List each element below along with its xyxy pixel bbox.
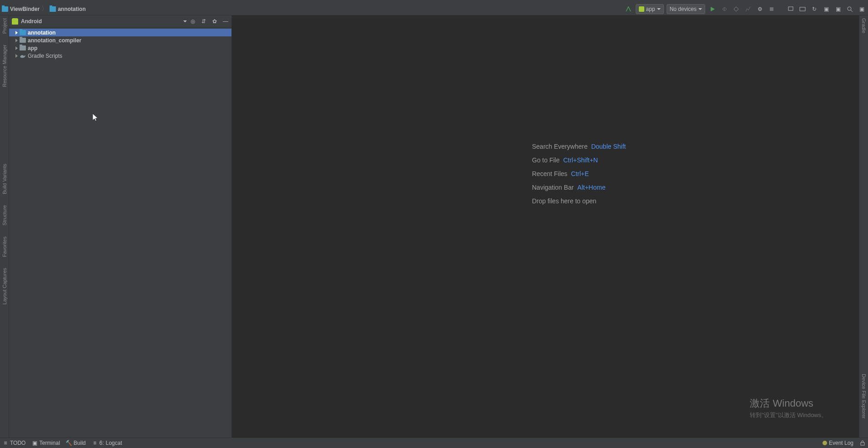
rail-resource-manager[interactable]: Resource Manager (2, 44, 7, 88)
tree-item-annotation[interactable]: annotation (9, 29, 231, 36)
avd-manager-icon[interactable] (786, 5, 795, 14)
menubar: File Edit View Navigate Code Analyze Ref… (0, 0, 868, 3)
tree-label: annotation (28, 30, 55, 36)
terminal-icon: ▣ (32, 440, 37, 446)
folder-icon (20, 45, 26, 50)
attach-debugger-icon[interactable]: ⚙ (755, 5, 764, 14)
svg-rect-2 (788, 7, 793, 10)
project-panel: Android ◎ ⇵ ✿ — annotation annotation_co… (9, 15, 232, 438)
sb-todo[interactable]: ≡ TODO (3, 440, 25, 446)
toolbar-icon-2[interactable]: ▣ (833, 5, 843, 14)
sb-build[interactable]: 🔨 Build (66, 440, 86, 446)
run-button[interactable] (708, 5, 717, 14)
module-dropdown-label: app (646, 6, 655, 12)
svg-rect-5 (861, 443, 864, 445)
rail-device-file-explorer[interactable]: Device File Explorer (861, 373, 867, 419)
sdk-manager-icon[interactable] (798, 5, 807, 14)
breadcrumb-root[interactable]: ViewBinder (2, 6, 40, 12)
toolbar-icon-3[interactable]: ▣ (857, 5, 866, 14)
editor-hints: Search Everywhere Double Shift Go to Fil… (532, 143, 626, 205)
logcat-icon: ≡ (92, 440, 98, 446)
windows-activation-watermark: 激活 Windows 转到"设置"以激活 Windows。 (750, 397, 827, 419)
event-log-icon (823, 441, 827, 445)
rail-gradle[interactable]: Gradle (861, 17, 867, 34)
folder-icon (2, 6, 8, 12)
toolbar-right: app No devices ⚙ ↻ ▣ ▣ (624, 4, 866, 14)
main-body: Project Resource Manager Build Variants … (0, 15, 868, 438)
hint-drop-files: Drop files here to open (532, 197, 626, 205)
tree-item-gradle-scripts[interactable]: Gradle Scripts (9, 52, 231, 60)
toolbar-icon-1[interactable]: ▣ (822, 5, 831, 14)
editor-area[interactable]: Search Everywhere Double Shift Go to Fil… (232, 15, 859, 438)
sb-event-log[interactable]: Event Log (823, 440, 853, 446)
chevron-down-icon[interactable] (183, 20, 187, 22)
module-dropdown[interactable]: app (636, 4, 664, 14)
sb-logcat[interactable]: ≡ 6: Logcat (92, 440, 122, 446)
tree-item-annotation-compiler[interactable]: annotation_compiler (9, 36, 231, 44)
sb-terminal[interactable]: ▣ Terminal (32, 440, 60, 446)
list-icon: ≡ (3, 440, 8, 446)
svg-point-0 (734, 7, 738, 11)
expand-arrow-icon[interactable] (15, 31, 18, 35)
folder-icon (20, 30, 26, 35)
device-dropdown-label: No devices (670, 6, 697, 12)
android-icon (639, 6, 644, 12)
device-dropdown[interactable]: No devices (667, 4, 705, 14)
rail-build-variants[interactable]: Build Variants (2, 163, 7, 195)
target-icon[interactable]: ◎ (190, 18, 196, 25)
gear-icon[interactable]: ✿ (211, 18, 218, 25)
hint-go-to-file: Go to File Ctrl+Shift+N (532, 156, 626, 164)
expand-arrow-icon[interactable] (15, 46, 18, 50)
apply-changes-icon[interactable] (720, 5, 729, 14)
breadcrumb-current-label: annotation (58, 6, 85, 12)
sb-lock-icon[interactable] (860, 440, 865, 446)
make-project-icon[interactable] (624, 5, 633, 14)
rail-project[interactable]: Project (2, 17, 7, 35)
project-tree[interactable]: annotation annotation_compiler app Gradl… (9, 28, 231, 438)
hint-search-everywhere: Search Everywhere Double Shift (532, 143, 626, 150)
gradle-icon (20, 53, 26, 59)
expand-arrow-icon[interactable] (15, 54, 18, 58)
expand-arrow-icon[interactable] (15, 39, 18, 42)
left-tool-rail: Project Resource Manager Build Variants … (0, 15, 9, 438)
rail-layout-captures[interactable]: Layout Captures (2, 267, 7, 306)
project-panel-title[interactable]: Android (21, 18, 181, 25)
folder-icon (50, 6, 56, 12)
folder-icon (20, 38, 26, 43)
tree-label: Gradle Scripts (28, 53, 62, 59)
toolbar: ViewBinder 〉 annotation app No devices (0, 3, 868, 15)
breadcrumb-root-label: ViewBinder (10, 6, 40, 12)
rail-structure[interactable]: Structure (2, 204, 7, 227)
svg-rect-1 (770, 7, 773, 11)
breadcrumb: ViewBinder 〉 annotation (2, 5, 623, 13)
sync-icon[interactable]: ↻ (810, 5, 819, 14)
search-icon[interactable] (845, 5, 854, 14)
breadcrumb-current[interactable]: annotation (50, 6, 85, 12)
hint-navigation-bar: Navigation Bar Alt+Home (532, 184, 626, 191)
breadcrumb-sep: 〉 (41, 5, 48, 13)
android-icon (12, 18, 18, 25)
collapse-icon[interactable]: ⇵ (201, 18, 207, 25)
hammer-icon: 🔨 (66, 440, 72, 446)
hide-icon[interactable]: — (222, 18, 229, 25)
svg-rect-3 (800, 7, 805, 11)
rail-favorites[interactable]: Favorites (2, 236, 7, 258)
stop-icon[interactable] (767, 5, 776, 14)
hint-recent-files: Recent Files Ctrl+E (532, 170, 626, 177)
debug-icon[interactable] (732, 5, 741, 14)
tree-label: annotation_compiler (28, 37, 81, 44)
project-panel-header: Android ◎ ⇵ ✿ — (9, 15, 231, 28)
tree-label: app (28, 45, 37, 51)
svg-point-4 (848, 7, 851, 10)
statusbar: ≡ TODO ▣ Terminal 🔨 Build ≡ 6: Logcat Ev… (0, 438, 868, 448)
right-tool-rail: Gradle Device File Explorer (859, 15, 868, 438)
tree-item-app[interactable]: app (9, 44, 231, 52)
profile-icon[interactable] (743, 5, 753, 14)
